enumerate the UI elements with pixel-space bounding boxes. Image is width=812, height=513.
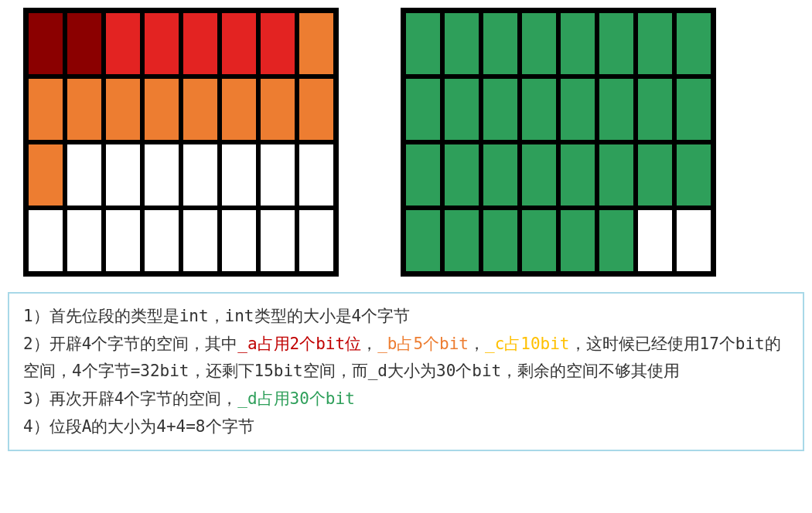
first-block-bit-cell [220,11,258,76]
first-block-bit-cell [65,11,104,76]
grid-second-4-bytes [401,8,716,277]
second-block-bit-cell [636,142,674,208]
first-block-bit-cell [181,11,220,76]
explain-line-3: 3）再次开辟4个字节的空间，_d占用30个bit [23,386,789,413]
second-block-bit-cell [636,76,674,142]
sep: ， [570,335,586,353]
second-block-bit-cell [520,208,558,273]
field-a-text: _a占用2个bit位 [237,335,361,353]
field-c-text: _c占10bit [485,335,570,353]
first-block-bit-cell [142,208,181,273]
first-block-bit-cell [181,142,220,208]
second-block-bit-cell [520,11,558,76]
second-block-bit-cell [597,208,636,273]
line3-prefix: 3）再次开辟4个字节的空间， [23,389,237,408]
first-block-bit-cell [297,142,336,208]
field-d-text: _d占用30个bit [237,389,355,408]
first-block-bit-cell [65,76,104,142]
first-block-bit-cell [258,11,297,76]
first-block-bit-cell [181,76,220,142]
first-block-bit-cell [258,208,297,273]
first-block-bit-cell [181,208,220,273]
second-block-bit-cell [558,208,597,273]
explain-line-2: 2）开辟4个字节的空间，其中_a占用2个bit位，_b占5个bit，_c占10b… [23,331,789,386]
first-block-bit-cell [104,142,142,208]
grids-container [8,8,804,277]
second-block-bit-cell [520,76,558,142]
first-block-bit-cell [297,11,336,76]
first-block-bit-cell [220,208,258,273]
explain-line-4: 4）位段A的大小为4+4=8个字节 [23,413,789,441]
second-block-bit-cell [597,76,636,142]
second-block-bit-cell [404,11,442,76]
second-block-bit-cell [558,142,597,208]
first-block-bit-cell [65,142,104,208]
first-block-bit-cell [26,208,65,273]
second-block-bit-cell [636,208,674,273]
second-block-bit-cell [674,142,713,208]
second-block-bit-cell [597,11,636,76]
second-block-bit-cell [442,208,481,273]
second-block-bit-cell [404,208,442,273]
second-block-bit-cell [674,11,713,76]
first-block-bit-cell [220,142,258,208]
second-block-bit-cell [636,11,674,76]
second-block-bit-cell [558,11,597,76]
second-block-bit-cell [481,142,520,208]
first-block-bit-cell [65,208,104,273]
explanation-box: 1）首先位段的类型是int，int类型的大小是4个字节 2）开辟4个字节的空间，… [8,292,804,451]
second-block-bit-cell [674,76,713,142]
second-block-bit-cell [558,76,597,142]
second-block-bit-cell [442,142,481,208]
second-block-bit-cell [674,208,713,273]
first-block-bit-cell [104,11,142,76]
first-block-bit-cell [220,76,258,142]
first-block-bit-cell [297,208,336,273]
first-block-bit-cell [26,142,65,208]
first-block-bit-cell [26,76,65,142]
first-block-bit-cell [104,76,142,142]
line2-prefix: 2）开辟4个字节的空间，其中 [23,335,237,353]
second-block-bit-cell [481,208,520,273]
first-block-bit-cell [142,76,181,142]
second-block-bit-cell [520,142,558,208]
second-block-bit-cell [481,11,520,76]
first-block-bit-cell [258,142,297,208]
second-block-bit-cell [404,76,442,142]
second-block-bit-cell [442,11,481,76]
second-block-bit-cell [597,142,636,208]
explain-line-1: 1）首先位段的类型是int，int类型的大小是4个字节 [23,303,789,331]
second-block-bit-cell [404,142,442,208]
first-block-bit-cell [142,142,181,208]
sep: ， [361,335,377,353]
first-block-bit-cell [297,76,336,142]
second-block-bit-cell [481,76,520,142]
grid-first-4-bytes [23,8,339,277]
first-block-bit-cell [142,11,181,76]
field-b-text: _b占5个bit [377,335,469,353]
first-block-bit-cell [258,76,297,142]
second-block-bit-cell [442,76,481,142]
first-block-bit-cell [104,208,142,273]
sep: ， [469,335,485,353]
first-block-bit-cell [26,11,65,76]
